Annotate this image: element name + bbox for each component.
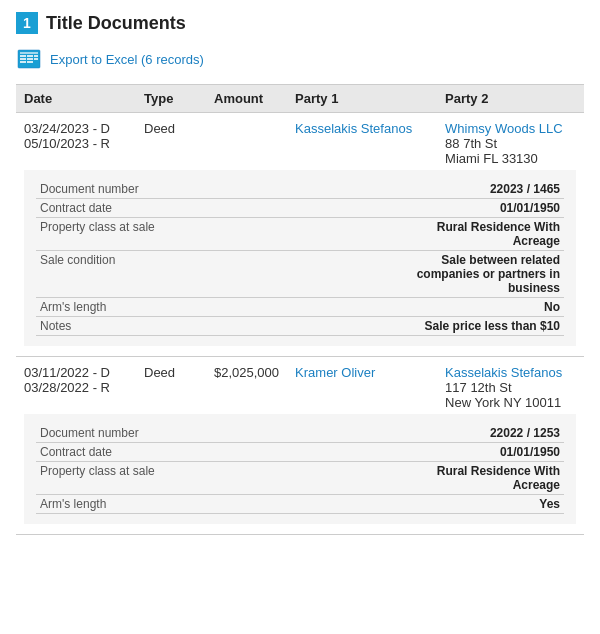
type-cell: Deed [136, 113, 206, 171]
detail-value: 01/01/1950 [274, 199, 564, 218]
detail-cell: Document number22022 / 1253Contract date… [16, 414, 584, 535]
detail-block: Document number22022 / 1253Contract date… [24, 414, 576, 524]
detail-label: Property class at sale [36, 218, 274, 251]
party1-cell[interactable]: Kramer Oliver [287, 357, 437, 415]
party2-cell: Kasselakis Stefanos117 12th StNew York N… [437, 357, 584, 415]
detail-item: Contract date01/01/1950 [36, 199, 564, 218]
svg-rect-8 [20, 61, 26, 63]
col-type: Type [136, 85, 206, 113]
detail-value: Yes [274, 495, 564, 514]
detail-table: Document number22022 / 1253Contract date… [36, 424, 564, 514]
party2-name-link[interactable]: Kasselakis Stefanos [445, 365, 562, 380]
detail-block: Document number22023 / 1465Contract date… [24, 170, 576, 346]
col-party2: Party 2 [437, 85, 584, 113]
detail-item: Property class at saleRural Residence Wi… [36, 218, 564, 251]
detail-item: Property class at saleRural Residence Wi… [36, 462, 564, 495]
party2-cell: Whimsy Woods LLC88 7th StMiami FL 33130 [437, 113, 584, 171]
detail-item: Document number22022 / 1253 [36, 424, 564, 443]
table-row-1: 03/24/2023 - D05/10/2023 - RDeedKasselak… [16, 113, 584, 171]
detail-row-1: Document number22023 / 1465Contract date… [16, 170, 584, 357]
page-header: 1 Title Documents [16, 12, 584, 34]
detail-label: Contract date [36, 443, 274, 462]
date-cell: 03/11/2022 - D03/28/2022 - R [16, 357, 136, 415]
page-container: 1 Title Documents Export to Excel (6 rec… [0, 0, 600, 547]
svg-rect-1 [20, 52, 38, 54]
detail-item: Document number22023 / 1465 [36, 180, 564, 199]
detail-row-2: Document number22022 / 1253Contract date… [16, 414, 584, 535]
detail-label: Arm's length [36, 495, 274, 514]
detail-value: No [274, 298, 564, 317]
party1-link[interactable]: Kramer Oliver [295, 365, 375, 380]
col-date: Date [16, 85, 136, 113]
detail-item: Arm's lengthNo [36, 298, 564, 317]
amount-cell [206, 113, 287, 171]
export-icon [16, 48, 44, 70]
detail-label: Contract date [36, 199, 274, 218]
detail-label: Property class at sale [36, 462, 274, 495]
detail-label: Arm's length [36, 298, 274, 317]
col-party1: Party 1 [287, 85, 437, 113]
detail-value: 22023 / 1465 [274, 180, 564, 199]
detail-item: Contract date01/01/1950 [36, 443, 564, 462]
svg-rect-3 [27, 55, 33, 57]
date-line1: 03/24/2023 - D [24, 121, 110, 136]
detail-label: Notes [36, 317, 274, 336]
detail-table: Document number22023 / 1465Contract date… [36, 180, 564, 336]
export-link[interactable]: Export to Excel (6 records) [16, 48, 584, 70]
page-title: Title Documents [46, 13, 186, 34]
detail-label: Document number [36, 180, 274, 199]
detail-item: Arm's lengthYes [36, 495, 564, 514]
detail-label: Document number [36, 424, 274, 443]
amount-cell: $2,025,000 [206, 357, 287, 415]
col-amount: Amount [206, 85, 287, 113]
detail-value: 01/01/1950 [274, 443, 564, 462]
svg-rect-6 [27, 58, 33, 60]
svg-rect-9 [27, 61, 33, 63]
detail-value: Rural Residence WithAcreage [274, 218, 564, 251]
detail-value: Rural Residence WithAcreage [274, 462, 564, 495]
detail-cell: Document number22023 / 1465Contract date… [16, 170, 584, 357]
table-header-row: Date Type Amount Party 1 Party 2 [16, 85, 584, 113]
party2-addr-line2: 117 12th St [445, 380, 512, 395]
svg-rect-4 [34, 55, 38, 57]
svg-rect-5 [20, 58, 26, 60]
export-link-text[interactable]: Export to Excel (6 records) [50, 52, 204, 67]
svg-rect-2 [20, 55, 26, 57]
party2-addr-line3: New York NY 10011 [445, 395, 561, 410]
detail-value: Sale between relatedcompanies or partner… [274, 251, 564, 298]
party2-name-link[interactable]: Whimsy Woods LLC [445, 121, 563, 136]
party2-addr-line2: 88 7th St [445, 136, 497, 151]
detail-item: NotesSale price less than $10 [36, 317, 564, 336]
page-number-badge: 1 [16, 12, 38, 34]
records-table: Date Type Amount Party 1 Party 2 03/24/2… [16, 84, 584, 535]
date-line1: 03/11/2022 - D [24, 365, 110, 380]
detail-value: 22022 / 1253 [274, 424, 564, 443]
date-line2: 05/10/2023 - R [24, 136, 110, 151]
date-cell: 03/24/2023 - D05/10/2023 - R [16, 113, 136, 171]
type-cell: Deed [136, 357, 206, 415]
date-line2: 03/28/2022 - R [24, 380, 110, 395]
detail-label: Sale condition [36, 251, 274, 298]
party2-addr-line3: Miami FL 33130 [445, 151, 538, 166]
party1-link[interactable]: Kasselakis Stefanos [295, 121, 412, 136]
party1-cell[interactable]: Kasselakis Stefanos [287, 113, 437, 171]
svg-rect-7 [34, 58, 38, 60]
table-row-2: 03/11/2022 - D03/28/2022 - RDeed$2,025,0… [16, 357, 584, 415]
detail-value: Sale price less than $10 [274, 317, 564, 336]
detail-item: Sale conditionSale between relatedcompan… [36, 251, 564, 298]
